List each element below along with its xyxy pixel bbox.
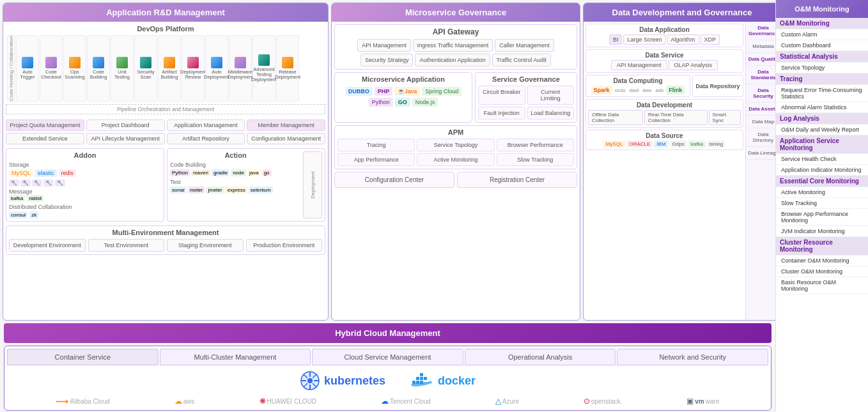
kafka-icon: kafka xyxy=(9,195,25,202)
data-map-label[interactable]: Data Map xyxy=(746,116,775,128)
oem-item-header-6: Essential Core Monitoring xyxy=(776,176,868,187)
container-logos: kubernetes docker xyxy=(4,365,771,393)
oem-item-app-indicator[interactable]: Application Indicator Monitoring xyxy=(776,165,868,176)
svg-rect-16 xyxy=(424,377,427,380)
azure-cloud: △ Azure xyxy=(495,397,519,406)
config-center-btn[interactable]: Configuration Center xyxy=(334,172,454,188)
oem-item-header-2: Statistical Analysis xyxy=(776,51,868,63)
docker-icon xyxy=(411,372,434,390)
mgmt-item-7: Artifact Repository xyxy=(167,133,245,144)
step-ops-scanning: Ops Scanning xyxy=(63,35,86,102)
oem-item-container-oem[interactable]: Container O&M Monitoring xyxy=(776,256,868,266)
oem-title: O&M Monitoring xyxy=(776,0,868,18)
data-security-label[interactable]: Data Security xyxy=(746,84,775,103)
oem-item-custom-dashboard[interactable]: Custom Dashboard xyxy=(776,40,868,51)
tab-operational-analysis[interactable]: Operational Analysis xyxy=(465,349,616,365)
tab-container-service[interactable]: Container Service xyxy=(7,349,159,365)
mgmt-item-8: Configuration Management xyxy=(247,133,325,144)
offline-collection: Offline Data Collection xyxy=(588,110,643,125)
ms-governance-row: Microservice Application DUBBO PHP ☕Java… xyxy=(334,72,577,123)
addon-icon-2: 🔧 xyxy=(20,179,31,187)
addon-message-icons: kafka rabbit xyxy=(9,195,161,202)
oem-item-active-monitoring[interactable]: Active Monitoring xyxy=(776,187,868,198)
pipeline-left-label: Code Hosting / Collaboration xyxy=(7,35,15,102)
addon-action-row: Addon Storage MySQL elastic redis 🔧 🔧 🔧 … xyxy=(3,146,328,224)
action-test-icons: sonar meter jmeter express selenium xyxy=(170,187,301,194)
api-gateway-title: API Gateway xyxy=(337,27,574,36)
tab-cloud-service[interactable]: Cloud Service Management xyxy=(312,349,463,365)
step-unit-testing: Unit Testing xyxy=(111,35,134,102)
action-code-building-label: Code Building xyxy=(170,162,301,168)
oem-item-jvm[interactable]: JVM Indicator Monitoring xyxy=(776,226,868,237)
mysql-icon: MySQL xyxy=(9,169,33,177)
oem-item-cluster-oem[interactable]: Cluster O&M Monitoring xyxy=(776,266,868,277)
data-computing-repo-row: Data Computing Spark ocds dwd dws ads Fl… xyxy=(585,75,743,97)
apm-grid: Tracing Service Topology Browser Perform… xyxy=(337,139,574,166)
svg-rect-17 xyxy=(420,373,423,376)
data-lineage-label[interactable]: Data Lineage xyxy=(746,147,775,160)
action-content: Action Code Building Python maven gradle… xyxy=(170,151,301,218)
data-quality-label[interactable]: Data Quality xyxy=(746,53,775,66)
tab-multi-cluster[interactable]: Multi-Cluster Management xyxy=(160,349,311,365)
data-computing-title: Data Computing xyxy=(588,77,688,84)
data-standards-label[interactable]: Data Standards xyxy=(746,66,775,84)
action-code-icons: Python maven gradle node java go xyxy=(170,169,301,176)
nodejs-icon: node xyxy=(231,169,246,176)
oem-item-custom-alarm[interactable]: Custom Alarm xyxy=(776,29,868,40)
mgmt-item-2: Project Dashboard xyxy=(86,119,165,131)
data-governance-label[interactable]: Data Governance xyxy=(746,22,775,40)
data-app-items: BI Large Screen Algorithm XDP xyxy=(588,34,741,45)
xdp-item: XDP xyxy=(701,34,720,45)
python-lang-logo: Python xyxy=(369,98,393,107)
ms-app-section: Microservice Application DUBBO PHP ☕Java… xyxy=(334,72,472,123)
oem-item-daily-weekly[interactable]: O&M Daily and Weekly Report xyxy=(776,125,868,135)
data-assets-label[interactable]: Data Assets xyxy=(746,103,775,116)
openstack-icon: ⊙ xyxy=(584,397,590,406)
oem-item-browser-perf[interactable]: Browser App Performance Monitoring xyxy=(776,209,868,226)
oem-item-abnormal-alarm[interactable]: Abnormal Alarm Statistics xyxy=(776,102,868,113)
kubernetes-icon xyxy=(300,370,320,391)
dubbo-logo: DUBBO xyxy=(345,87,373,96)
realtime-collection: Real-Time Data Collection xyxy=(644,110,708,125)
step-middleware-deployment: Middleware Deployment xyxy=(229,35,252,102)
apm-tracing: Tracing xyxy=(337,139,415,151)
data-dev-items: Offline Data Collection Real-Time Data C… xyxy=(588,110,741,125)
step-code-building: Code Building xyxy=(87,35,110,102)
python-icon: Python xyxy=(170,169,190,176)
registration-center-btn[interactable]: Registration Center xyxy=(457,172,577,188)
metadata-label[interactable]: Metadata xyxy=(746,40,775,53)
addon-storage-icons: MySQL elastic redis xyxy=(9,169,161,177)
tab-network-security[interactable]: Network and Security xyxy=(617,349,768,365)
apm-service-topology: Service Topology xyxy=(417,139,494,151)
addon-message: Message xyxy=(9,188,161,195)
dwd-item: dwd xyxy=(628,87,640,94)
data-development: Data Development Offline Data Collection… xyxy=(585,99,743,128)
devops-title: DevOps Platform xyxy=(6,25,325,33)
alibaba-cloud: ⟿ Alibaba Cloud xyxy=(56,396,109,406)
ms-app-logos: DUBBO PHP ☕Java Spring Cloud Python GO N… xyxy=(337,86,469,108)
step-advanced-testing: Advanced Testing Deployment xyxy=(252,35,275,102)
ds-olap: OLAP Analysis xyxy=(669,60,718,70)
data-application: Data Application BI Large Screen Algorit… xyxy=(585,24,743,47)
multi-env-title: Multi-Environment Management xyxy=(9,229,322,236)
springcloud-logo: Spring Cloud xyxy=(422,87,461,96)
java-lang-logo: ☕Java xyxy=(394,87,420,96)
svc-governance-grid: Circuit Breaker Current Limiting Fault I… xyxy=(478,86,574,119)
ds-api-mgmt: API Management xyxy=(611,60,667,70)
api-gateway-items: API Management Ingress Traffic Managemen… xyxy=(337,39,574,66)
smart-sync: Smart Sync xyxy=(709,110,741,125)
oem-item-health-check[interactable]: Service Health Check xyxy=(776,154,868,165)
addon-distributed-icons: consul zk xyxy=(9,211,161,218)
apm-title: APM xyxy=(337,128,574,136)
oem-item-service-topology[interactable]: Service Topology xyxy=(776,63,868,73)
oem-item-basic-resource[interactable]: Basic Resource O&M Monitoring xyxy=(776,277,868,294)
addon-icon-3: 🔧 xyxy=(32,179,42,187)
svg-rect-15 xyxy=(420,377,423,380)
api-item-ingress: Ingress Traffic Management xyxy=(413,39,493,52)
pipeline-orchestration: Pipeline Orchestration and Management xyxy=(6,104,325,114)
data-directory-label[interactable]: Data Directory xyxy=(746,128,775,147)
action-test-label: Test xyxy=(170,179,301,185)
oem-item-slow-tracking[interactable]: Slow Tracking xyxy=(776,198,868,209)
oem-item-req-error[interactable]: Request Error Time-Consuming Statistics xyxy=(776,85,868,102)
apm-browser-perf: Browser Performance xyxy=(497,139,574,151)
